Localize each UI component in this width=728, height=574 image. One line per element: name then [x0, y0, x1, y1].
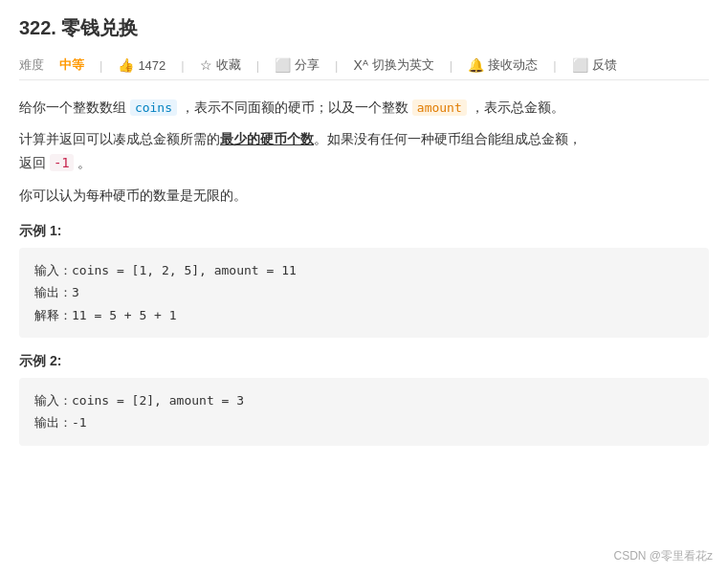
example2-output: 输出：-1: [34, 411, 694, 433]
desc-para2-text4: 。: [74, 155, 91, 170]
desc-para-3: 你可以认为每种硬币的数量是无限的。: [19, 184, 709, 208]
min-coins-emphasis: 最少的硬币个数: [220, 131, 314, 146]
switch-label: 切换为英文: [372, 56, 434, 74]
toolbar: 难度 中等 | 👍 1472 | ☆ 收藏 | ⬜ 分享 | Xᴬ 切换为英文 …: [19, 51, 709, 80]
feedback-icon: ⬜: [572, 57, 588, 73]
example2-title: 示例 2:: [19, 353, 709, 370]
share-button[interactable]: ⬜ 分享: [275, 56, 320, 74]
difficulty-value[interactable]: 中等: [59, 56, 84, 74]
share-icon: ⬜: [275, 57, 291, 73]
description: 给你一个整数数组 coins ，表示不同面额的硬币；以及一个整数 amount …: [19, 96, 709, 208]
bell-icon: 🔔: [468, 57, 484, 73]
desc-para-1: 给你一个整数数组 coins ，表示不同面额的硬币；以及一个整数 amount …: [19, 96, 709, 120]
feedback-label: 反馈: [592, 56, 617, 74]
desc-para2-text3: 返回: [19, 155, 50, 170]
example1-input: 输入：coins = [1, 2, 5], amount = 11: [34, 259, 694, 281]
watermark: CSDN @零里看花z: [613, 548, 713, 564]
desc-para3-text: 你可以认为每种硬币的数量是无限的。: [19, 188, 247, 203]
desc-para-2: 计算并返回可以凑成总金额所需的最少的硬币个数。如果没有任何一种硬币组合能组成总金…: [19, 127, 709, 175]
switch-lang-button[interactable]: Xᴬ 切换为英文: [353, 56, 433, 74]
desc-para2-text2: 。如果没有任何一种硬币组合能组成总金额，: [314, 131, 582, 146]
amount-code: amount: [412, 99, 467, 116]
notify-button[interactable]: 🔔 接收动态: [468, 56, 538, 74]
collect-button[interactable]: ☆ 收藏: [200, 56, 241, 74]
example2-box: 输入：coins = [2], amount = 3 输出：-1: [19, 378, 709, 446]
coins-code: coins: [130, 99, 177, 116]
example1-title: 示例 1:: [19, 223, 709, 240]
lang-icon: Xᴬ: [353, 57, 367, 73]
difficulty-label: 难度: [19, 56, 44, 74]
page-title: 322. 零钱兑换: [19, 15, 709, 41]
example1-box: 输入：coins = [1, 2, 5], amount = 11 输出：3 解…: [19, 248, 709, 338]
share-label: 分享: [295, 56, 320, 74]
collect-icon: ☆: [200, 57, 212, 73]
toolbar-sep-3: |: [256, 58, 259, 73]
toolbar-sep-4: |: [335, 58, 338, 73]
desc-para1-text2: ，表示不同面额的硬币；以及一个整数: [177, 99, 412, 115]
toolbar-sep-2: |: [181, 58, 184, 73]
desc-para2-text1: 计算并返回可以凑成总金额所需的: [19, 131, 220, 146]
toolbar-sep-6: |: [553, 58, 556, 73]
like-button[interactable]: 👍 1472: [118, 57, 165, 73]
collect-label: 收藏: [216, 56, 241, 74]
toolbar-sep-5: |: [450, 58, 452, 73]
example1-output: 输出：3: [34, 281, 694, 303]
example2-input: 输入：coins = [2], amount = 3: [34, 389, 694, 411]
like-icon: 👍: [118, 57, 134, 73]
like-count: 1472: [138, 58, 165, 73]
feedback-button[interactable]: ⬜ 反馈: [572, 56, 617, 74]
desc-para1-text1: 给你一个整数数组: [19, 99, 130, 115]
notify-label: 接收动态: [488, 56, 538, 74]
example1-explain: 解释：11 = 5 + 5 + 1: [34, 304, 694, 326]
neg-one-code: -1: [50, 154, 74, 171]
desc-para1-text3: ，表示总金额。: [467, 99, 564, 115]
toolbar-sep-1: |: [99, 58, 102, 73]
